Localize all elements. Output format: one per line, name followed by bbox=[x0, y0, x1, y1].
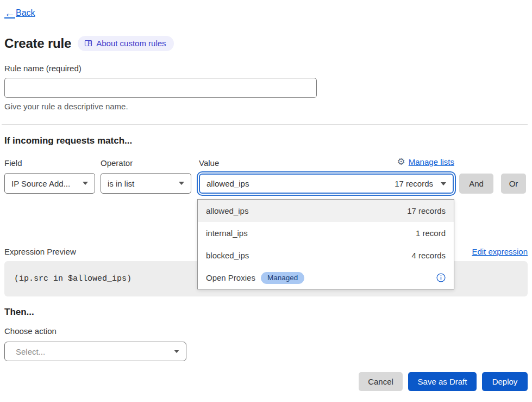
list-item-meta: 17 records bbox=[407, 206, 446, 215]
action-select[interactable]: Select... bbox=[4, 342, 186, 361]
rule-name-label: Rule name (required) bbox=[4, 64, 82, 73]
managed-badge: Managed bbox=[261, 272, 304, 284]
list-item-name: Open Proxies bbox=[206, 273, 255, 282]
operator-label: Operator bbox=[101, 158, 133, 168]
manage-lists-link[interactable]: Manage lists bbox=[409, 157, 454, 166]
value-label: Value bbox=[199, 158, 219, 168]
list-item-name: internal_ips bbox=[206, 228, 248, 238]
chevron-down-icon bbox=[83, 182, 88, 185]
then-heading: Then... bbox=[4, 307, 34, 318]
list-item-allowed-ips[interactable]: allowed_ips 17 records bbox=[198, 200, 454, 222]
list-item-meta: 1 record bbox=[416, 228, 446, 238]
manage-lists: ⚙ Manage lists bbox=[397, 157, 454, 166]
choose-action-label: Choose action bbox=[4, 326, 57, 336]
page-title: Create rule bbox=[4, 36, 71, 51]
rule-name-input[interactable] bbox=[4, 78, 317, 98]
list-item-blocked-ips[interactable]: blocked_ips 4 records bbox=[198, 244, 454, 267]
deploy-button[interactable]: Deploy bbox=[482, 372, 528, 391]
value-select-meta: 17 records bbox=[395, 179, 433, 188]
about-custom-rules-link[interactable]: About custom rules bbox=[78, 36, 173, 51]
edit-expression-link[interactable]: Edit expression bbox=[472, 247, 528, 256]
rule-name-helper: Give your rule a descriptive name. bbox=[4, 102, 128, 111]
gear-icon: ⚙ bbox=[397, 157, 405, 166]
book-icon bbox=[84, 39, 92, 47]
about-badge-label: About custom rules bbox=[96, 39, 166, 48]
list-item-open-proxies[interactable]: Open Proxies Managed bbox=[198, 267, 454, 289]
value-dropdown-menu: allowed_ips 17 records internal_ips 1 re… bbox=[197, 199, 454, 289]
info-icon[interactable] bbox=[436, 273, 446, 282]
match-heading: If incoming requests match... bbox=[4, 135, 132, 146]
field-select[interactable]: IP Source Add... bbox=[4, 173, 95, 194]
value-select-value: allowed_ips bbox=[206, 179, 249, 188]
expression-code: (ip.src in $allowed_ips) bbox=[14, 274, 132, 283]
title-row: Create rule About custom rules bbox=[4, 36, 174, 51]
field-select-value: IP Source Add... bbox=[11, 179, 70, 188]
section-divider bbox=[2, 125, 528, 125]
cancel-button[interactable]: Cancel bbox=[359, 372, 403, 391]
action-select-placeholder: Select... bbox=[16, 347, 45, 356]
chevron-down-icon bbox=[179, 182, 184, 185]
value-select[interactable]: allowed_ips 17 records bbox=[199, 174, 454, 194]
save-as-draft-button[interactable]: Save as Draft bbox=[408, 372, 477, 391]
expression-preview-label: Expression Preview bbox=[4, 247, 76, 256]
operator-select[interactable]: is in list bbox=[101, 173, 191, 194]
and-button[interactable]: And bbox=[459, 174, 493, 194]
list-item-name: blocked_ips bbox=[206, 251, 249, 260]
list-item-meta: 4 records bbox=[411, 251, 446, 260]
operator-select-value: is in list bbox=[108, 179, 134, 188]
or-button[interactable]: Or bbox=[501, 174, 526, 194]
list-item-internal-ips[interactable]: internal_ips 1 record bbox=[198, 222, 454, 244]
back-arrow-icon: ← bbox=[4, 8, 15, 18]
chevron-down-icon bbox=[441, 182, 446, 185]
back-link[interactable]: ←Back bbox=[4, 8, 35, 18]
list-item-name: allowed_ips bbox=[206, 206, 248, 215]
field-label: Field bbox=[4, 158, 22, 168]
chevron-down-icon bbox=[174, 350, 179, 353]
